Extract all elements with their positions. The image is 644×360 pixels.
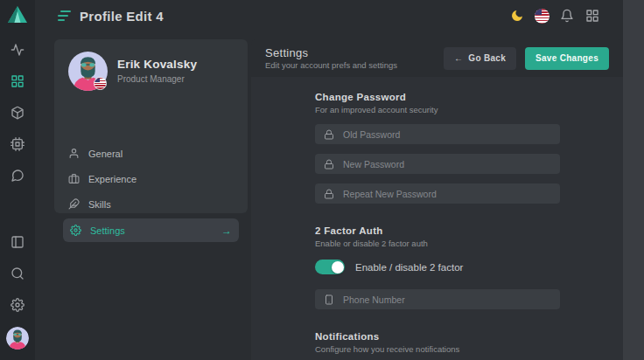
apps-grid-icon[interactable]: [584, 8, 600, 24]
two-factor-subtitle: Enable or disable 2 factor auth: [315, 239, 560, 248]
sidebar-layout-icon[interactable]: [0, 229, 35, 255]
new-password-input[interactable]: [343, 159, 551, 170]
gear-icon: [10, 298, 24, 312]
sidebar-chat-icon[interactable]: [0, 163, 35, 189]
lock-icon: [324, 189, 334, 199]
profile-avatar: [68, 52, 108, 91]
change-password-subtitle: For an improved account security: [315, 105, 560, 114]
phone-number-input[interactable]: [343, 294, 551, 305]
repeat-password-field[interactable]: [315, 183, 560, 204]
topbar: Profile Edit 4: [35, 0, 623, 31]
feather-icon: [68, 198, 80, 210]
settings-heading-group: Settings Edit your account prefs and set…: [265, 46, 397, 71]
profile-menu: General Experience Skills Settings →: [54, 141, 248, 242]
save-changes-label: Save Changes: [536, 53, 598, 63]
chat-icon: [10, 169, 24, 183]
sidebar-grid-icon[interactable]: [0, 68, 35, 94]
profile-role: Product Manager: [117, 74, 185, 84]
toggle-knob: [332, 261, 344, 273]
settings-header: Settings Edit your account prefs and set…: [251, 39, 623, 77]
app-grid-icon: [585, 9, 599, 23]
language-us-flag-icon[interactable]: [535, 9, 550, 24]
moon-icon: [510, 9, 524, 23]
old-password-input[interactable]: [343, 129, 551, 140]
theme-moon-icon[interactable]: [509, 8, 525, 24]
menu-item-experience[interactable]: Experience: [54, 166, 248, 191]
topbar-actions: [509, 8, 600, 24]
menu-item-general[interactable]: General: [54, 141, 248, 166]
notifications-bell-icon[interactable]: [559, 8, 575, 24]
change-password-title: Change Password: [315, 92, 560, 102]
menu-item-label: Settings: [90, 225, 125, 236]
menu-item-label: Skills: [88, 199, 111, 210]
two-factor-toggle-row: Enable / disable 2 factor: [315, 260, 560, 274]
profile-name: Erik Kovalsky: [117, 58, 197, 71]
activity-icon: [10, 43, 24, 57]
smartphone-icon: [324, 294, 334, 305]
lock-icon: [324, 159, 334, 170]
old-password-field[interactable]: [315, 124, 560, 144]
page-title: Profile Edit 4: [80, 9, 164, 24]
menu-item-skills[interactable]: Skills: [54, 191, 248, 217]
two-factor-toggle[interactable]: [315, 260, 345, 274]
arrow-left-icon: ←: [454, 53, 463, 63]
profile-card: Erik Kovalsky Product Manager General Ex…: [54, 39, 248, 213]
sidebar-search-icon[interactable]: [0, 260, 35, 287]
new-password-field[interactable]: [315, 154, 560, 174]
briefcase-icon: [68, 173, 80, 184]
notifications-subtitle: Configure how you receive notifications: [315, 344, 560, 354]
go-back-button[interactable]: ← Go Back: [444, 47, 516, 70]
page-right-gutter: [623, 0, 644, 360]
phone-number-field[interactable]: [315, 289, 560, 309]
flag-canton: [535, 9, 542, 15]
sidebar-user-avatar[interactable]: [6, 327, 29, 350]
two-factor-title: 2 Factor Auth: [315, 225, 560, 236]
sidebar: [0, 0, 35, 360]
settings-content: Change Password For an improved account …: [315, 92, 560, 354]
sidebar-gear-icon[interactable]: [0, 292, 35, 318]
menu-item-label: General: [88, 149, 122, 159]
sidebar-box-icon[interactable]: [0, 100, 35, 126]
notifications-title: Notifications: [315, 331, 560, 342]
save-changes-button[interactable]: Save Changes: [525, 47, 609, 70]
menu-item-label: Experience: [88, 174, 136, 184]
two-factor-toggle-label: Enable / disable 2 factor: [355, 262, 463, 273]
go-back-label: Go Back: [468, 53, 506, 63]
grid-icon: [10, 74, 24, 88]
lock-icon: [324, 129, 334, 140]
menu-item-settings[interactable]: Settings →: [63, 218, 239, 242]
settings-panel: Settings Edit your account prefs and set…: [251, 39, 623, 360]
bell-icon: [560, 9, 574, 23]
menu-toggle-icon[interactable]: [58, 10, 71, 21]
arrow-right-icon: →: [221, 225, 232, 237]
user-icon: [68, 148, 80, 159]
box-icon: [10, 106, 24, 120]
avatar-us-flag-badge: [94, 77, 107, 90]
sidebar-cpu-icon[interactable]: [0, 131, 35, 157]
search-icon: [10, 267, 24, 280]
cpu-icon: [10, 137, 24, 151]
sidebar-bottom-group: [0, 229, 35, 360]
settings-subtitle: Edit your account prefs and settings: [265, 60, 397, 70]
gear-icon: [70, 225, 81, 236]
app-logo-triangle-icon[interactable]: [8, 6, 27, 23]
settings-actions: ← Go Back Save Changes: [444, 47, 609, 70]
repeat-password-input[interactable]: [343, 189, 551, 199]
settings-title: Settings: [265, 46, 397, 60]
sidebar-activity-icon[interactable]: [0, 37, 35, 63]
layout-icon: [10, 235, 24, 249]
